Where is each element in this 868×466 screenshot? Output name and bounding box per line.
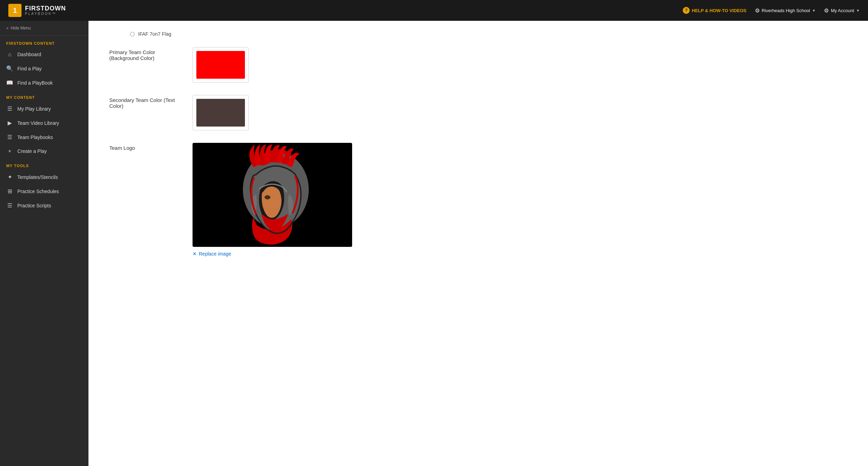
video-icon: ▶ <box>6 120 13 126</box>
account-gear-icon: ⚙ <box>824 7 829 14</box>
section-label-mycontent: MY CONTENT <box>0 90 88 102</box>
secondary-color-swatch-wrapper[interactable] <box>193 95 249 130</box>
x-icon: ✕ <box>193 251 197 257</box>
team-logo-row: Team Logo <box>109 143 847 257</box>
sidebar-item-team-video-library[interactable]: ▶ Team Video Library <box>0 116 88 130</box>
sidebar-label-team-playbooks: Team Playbooks <box>17 135 53 140</box>
scripts-icon: ☰ <box>6 202 13 209</box>
sidebar-label-practice-scripts: Practice Scripts <box>17 203 51 208</box>
secondary-color-label: Secondary Team Color (Text Color) <box>109 95 179 109</box>
help-icon: ? <box>683 7 690 14</box>
library-icon: ☰ <box>6 105 13 112</box>
radio-ifaf-label: IFAF 7on7 Flag <box>138 31 171 37</box>
help-label: HELP & HOW-TO VIDEOS <box>692 8 746 13</box>
help-link[interactable]: ? HELP & HOW-TO VIDEOS <box>683 7 746 14</box>
team-logo-image <box>193 143 352 247</box>
spartan-helmet-svg <box>199 145 345 245</box>
primary-color-swatch-wrapper[interactable] <box>193 47 249 83</box>
account-menu[interactable]: ⚙ My Account ▼ <box>824 7 860 14</box>
section-label-firstdown: FIRSTDOWN CONTENT <box>0 36 88 48</box>
playbooks-icon: ☰ <box>6 134 13 140</box>
team-logo-container: ✕ Replace image <box>193 143 352 257</box>
account-chevron-icon: ▼ <box>856 9 860 12</box>
top-navigation: 1 FIRSTDOWN PLAYBOOK™ ? HELP & HOW-TO VI… <box>0 0 868 21</box>
primary-color-swatch[interactable] <box>196 51 245 79</box>
sidebar-item-practice-schedules[interactable]: ⊞ Practice Schedules <box>0 184 88 198</box>
sidebar-label-team-video-library: Team Video Library <box>17 120 59 126</box>
main-content-panel: IFAF 7on7 Flag Primary Team Color (Backg… <box>88 21 868 466</box>
replace-image-button[interactable]: ✕ Replace image <box>193 251 352 257</box>
logo-text-block: FIRSTDOWN PLAYBOOK™ <box>25 5 66 16</box>
school-name: Riverheads High School <box>762 8 810 13</box>
hide-menu-label: Hide Menu <box>11 26 31 31</box>
plus-icon: + <box>6 148 13 154</box>
search-icon: 🔍 <box>6 65 13 72</box>
schedules-icon: ⊞ <box>6 188 13 195</box>
topnav-right-area: ? HELP & HOW-TO VIDEOS ⚙ Riverheads High… <box>683 7 860 14</box>
logo-main-text: FIRSTDOWN <box>25 5 66 12</box>
templates-icon: ✦ <box>6 174 13 180</box>
radio-ifaf[interactable] <box>130 32 135 36</box>
primary-color-row: Primary Team Color (Background Color) <box>109 47 847 83</box>
sidebar-label-templates-stencils: Templates/Stencils <box>17 174 58 180</box>
logo-sub-text: PLAYBOOK™ <box>25 12 66 16</box>
section-label-mytools: MY TOOLS <box>0 158 88 170</box>
sidebar-item-find-a-play[interactable]: 🔍 Find a Play <box>0 61 88 76</box>
secondary-color-swatch[interactable] <box>196 99 245 127</box>
sidebar-label-practice-schedules: Practice Schedules <box>17 189 59 194</box>
sidebar-label-find-a-playbook: Find a PlayBook <box>17 80 53 86</box>
sidebar-label-my-play-library: My Play Library <box>17 106 51 112</box>
radio-row-ifaf: IFAF 7on7 Flag <box>109 31 847 37</box>
logo-area: 1 FIRSTDOWN PLAYBOOK™ <box>8 4 66 17</box>
book-icon: 📖 <box>6 79 13 86</box>
primary-color-label: Primary Team Color (Background Color) <box>109 47 179 61</box>
sidebar-item-dashboard[interactable]: ⌂ Dashboard <box>0 48 88 61</box>
main-layout: « Hide Menu FIRSTDOWN CONTENT ⌂ Dashboar… <box>0 21 868 466</box>
hide-menu-button[interactable]: « Hide Menu <box>0 21 88 36</box>
sidebar-label-find-a-play: Find a Play <box>17 66 42 71</box>
logo-badge: 1 <box>8 4 22 17</box>
sidebar-item-create-a-play[interactable]: + Create a Play <box>0 144 88 158</box>
hide-menu-chevron-icon: « <box>6 26 9 31</box>
account-label: My Account <box>831 8 854 13</box>
sidebar-item-templates-stencils[interactable]: ✦ Templates/Stencils <box>0 170 88 184</box>
sidebar-item-team-playbooks[interactable]: ☰ Team Playbooks <box>0 130 88 144</box>
secondary-color-row: Secondary Team Color (Text Color) <box>109 95 847 130</box>
sidebar-item-find-a-playbook[interactable]: 📖 Find a PlayBook <box>0 76 88 90</box>
school-selector[interactable]: ⚙ Riverheads High School ▼ <box>755 7 816 14</box>
sidebar-item-my-play-library[interactable]: ☰ My Play Library <box>0 102 88 116</box>
sidebar-label-create-a-play: Create a Play <box>17 148 47 154</box>
school-chevron-icon: ▼ <box>812 9 816 12</box>
team-logo-label: Team Logo <box>109 143 179 151</box>
school-icon: ⚙ <box>755 7 760 14</box>
sidebar: « Hide Menu FIRSTDOWN CONTENT ⌂ Dashboar… <box>0 21 88 466</box>
sidebar-label-dashboard: Dashboard <box>17 52 41 57</box>
home-icon: ⌂ <box>6 51 13 58</box>
replace-image-label: Replace image <box>199 251 231 257</box>
sidebar-item-practice-scripts[interactable]: ☰ Practice Scripts <box>0 198 88 213</box>
